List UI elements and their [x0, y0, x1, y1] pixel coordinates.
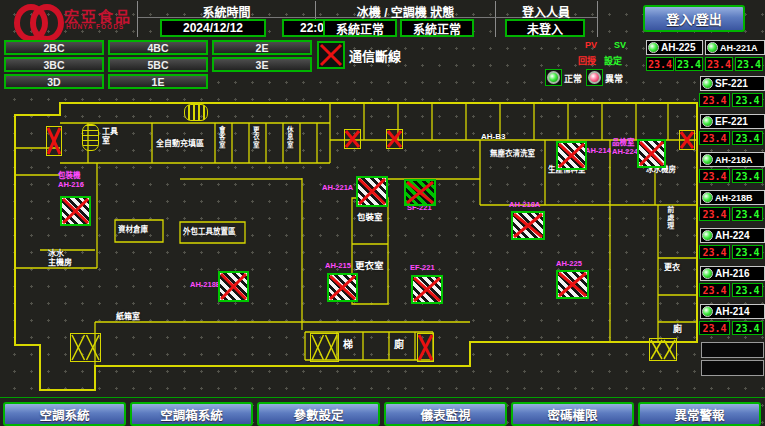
footer-button-1[interactable]: 空調箱系統: [130, 402, 253, 426]
room-label: AH-B3: [481, 133, 505, 142]
unit-pv-value-ah-216: 23.4: [699, 283, 730, 297]
room-label: 資材倉庫: [118, 226, 148, 234]
map-ahu-icon-ah-218b[interactable]: [218, 271, 249, 302]
floor-button-2bc[interactable]: 2BC: [4, 40, 104, 55]
login-logout-button[interactable]: 登入/登出: [643, 5, 745, 32]
unit-pv-value-ah-224: 23.4: [699, 245, 730, 259]
unit-sv-value-ah-218a: 23.4: [732, 169, 763, 183]
system-date-value: 2024/12/12: [160, 19, 266, 37]
unit-status-led-icon: [702, 116, 713, 127]
stairwell-icon: [82, 124, 99, 151]
normal-label: 正常: [564, 72, 582, 85]
floor-button-4bc[interactable]: 4BC: [108, 40, 208, 55]
unit-button-ah-218b[interactable]: AH-218B: [700, 190, 765, 205]
floor-button-1e[interactable]: 1E: [108, 74, 208, 89]
unit-button-ah-216[interactable]: AH-216: [700, 266, 765, 281]
stairwell-icon: [184, 104, 208, 121]
comm-fail-icon: [317, 41, 345, 69]
unit-status-led-icon: [702, 78, 713, 89]
map-ahu-icon-sf-221[interactable]: [404, 179, 436, 206]
room-label: 休息室: [286, 126, 293, 149]
footer-divider: [0, 397, 765, 398]
unit-button-ah-221a[interactable]: AH-221A: [705, 40, 765, 55]
room-label: 外包工具放置區: [183, 228, 236, 236]
room-label: 紙箱室: [116, 313, 140, 322]
footer-button-0[interactable]: 空調系統: [3, 402, 126, 426]
unit-status-led-icon: [702, 230, 713, 241]
unit-name-label: AH-225: [661, 42, 695, 53]
hmi-screen: { "header": { "brand": "宏亞食品", "brand_su…: [0, 0, 765, 426]
footer-button-4[interactable]: 密碼權限: [511, 402, 634, 426]
map-tag-ef-221: EF-221: [410, 264, 435, 273]
floor-button-3d[interactable]: 3D: [4, 74, 104, 89]
stair-x-icon: [679, 130, 695, 150]
room-label: 更衣室: [252, 126, 259, 149]
map-tag-ah-214: AH-214: [585, 147, 611, 156]
ahu-status-value: 系統正常: [400, 19, 474, 37]
unit-button-ef-221[interactable]: EF-221: [700, 114, 765, 129]
floor-button-2e[interactable]: 2E: [212, 40, 312, 55]
floor-button-3e[interactable]: 3E: [212, 57, 312, 72]
unit-status-led-icon: [702, 306, 713, 317]
map-ahu-icon-ah-214[interactable]: [556, 141, 587, 170]
unit-pv-value-ah-221a: 23.4: [705, 57, 733, 71]
map-tag-ah-216: 包裝機 AH-216: [58, 172, 84, 189]
unit-pv-value-ah-225: 23.4: [646, 57, 674, 71]
unit-slot-empty: [701, 342, 764, 358]
map-tag-ah-215: AH-215: [325, 262, 351, 271]
room-label: 工具 室: [102, 128, 118, 146]
unit-sv-value-ah-214: 23.4: [732, 321, 763, 335]
machine-status-label: 冰機 / 空調機 狀態: [316, 3, 495, 20]
unit-name-label: AH-218B: [715, 193, 753, 203]
map-ahu-icon-ah-225[interactable]: [556, 270, 589, 299]
room-label: 會客室: [218, 126, 225, 149]
unit-pv-value-ah-218a: 23.4: [699, 169, 730, 183]
stair-x-icon: [70, 333, 101, 362]
floor-button-3bc[interactable]: 3BC: [4, 57, 104, 72]
stair-x-icon: [46, 126, 62, 156]
unit-status-led-icon: [702, 154, 713, 165]
normal-led-icon: [545, 69, 562, 86]
map-ahu-icon-ef-221[interactable]: [411, 275, 443, 304]
map-tag-ah-224: 品檢室 AH-224: [612, 139, 638, 156]
chiller-status-value: 系統正常: [323, 19, 397, 37]
unit-button-ah-225[interactable]: AH-225: [646, 40, 703, 55]
map-tag-ah-218a: AH-218A: [509, 201, 540, 210]
map-ahu-icon-ah-221a[interactable]: [356, 176, 388, 207]
map-ahu-icon-ah-224[interactable]: [637, 139, 666, 168]
unit-name-label: AH-221A: [720, 43, 758, 53]
room-label: 梯: [343, 339, 353, 350]
unit-sv-value-ah-221a: 23.4: [735, 57, 763, 71]
unit-pv-value-ef-221: 23.4: [699, 131, 730, 145]
unit-pv-value-ah-214: 23.4: [699, 321, 730, 335]
unit-sv-value-ah-225: 23.4: [675, 57, 703, 71]
map-ahu-icon-ah-216[interactable]: [60, 196, 91, 226]
map-tag-ah-225: AH-225: [556, 260, 582, 269]
room-label: 冰水 主機房: [48, 250, 72, 268]
footer-button-3[interactable]: 儀表監視: [384, 402, 507, 426]
unit-status-led-icon: [648, 42, 659, 53]
unit-pv-value-ah-218b: 23.4: [699, 207, 730, 221]
map-tag-ah-218b: AH-218B: [190, 281, 221, 290]
abnormal-led-icon: [586, 69, 603, 86]
unit-button-sf-221[interactable]: SF-221: [700, 76, 765, 91]
login-person-label: 登入人員: [496, 3, 596, 20]
room-label: 全自動充填區: [156, 140, 204, 149]
map-ahu-icon-ah-215[interactable]: [327, 273, 358, 302]
room-label: 廁: [673, 325, 682, 335]
unit-sv-value-ef-221: 23.4: [732, 131, 763, 145]
unit-button-ah-218a[interactable]: AH-218A: [700, 152, 765, 167]
room-label: 廁: [394, 339, 404, 350]
stair-x-icon: [310, 333, 339, 362]
unit-name-label: AH-216: [715, 268, 749, 279]
unit-button-ah-214[interactable]: AH-214: [700, 304, 765, 319]
unit-name-label: EF-221: [715, 116, 748, 127]
login-status-value: 未登入: [505, 19, 585, 37]
unit-slot-empty: [701, 360, 764, 376]
footer-button-2[interactable]: 參數設定: [257, 402, 380, 426]
unit-sv-value-ah-216: 23.4: [732, 283, 763, 297]
unit-button-ah-224[interactable]: AH-224: [700, 228, 765, 243]
map-ahu-icon-ah-218a[interactable]: [511, 211, 545, 240]
footer-button-5[interactable]: 異常警報: [638, 402, 761, 426]
floor-button-5bc[interactable]: 5BC: [108, 57, 208, 72]
